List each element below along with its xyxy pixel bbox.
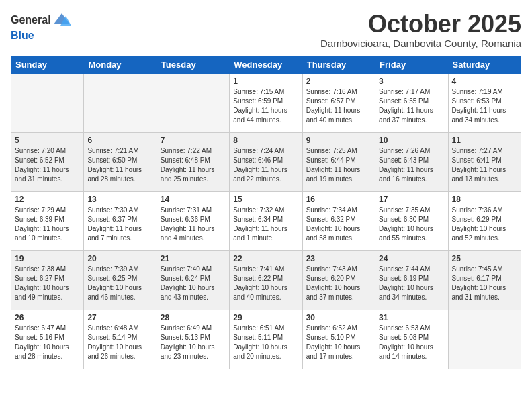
day-info: Sunrise: 7:41 AM Sunset: 6:22 PM Dayligh… bbox=[233, 265, 298, 302]
weekday-header-sunday: Sunday bbox=[11, 56, 84, 73]
day-number: 28 bbox=[161, 313, 226, 322]
subtitle: Dambovicioara, Dambovita County, Romania bbox=[320, 38, 521, 49]
day-number: 21 bbox=[161, 254, 226, 263]
day-info: Sunrise: 7:34 AM Sunset: 6:32 PM Dayligh… bbox=[306, 205, 371, 243]
day-info: Sunrise: 7:44 AM Sunset: 6:19 PM Dayligh… bbox=[379, 265, 444, 302]
day-number: 11 bbox=[452, 136, 517, 145]
page-header: General Blue October 2025 Dambovicioara,… bbox=[11, 11, 521, 49]
calendar-day-cell: 17Sunrise: 7:35 AM Sunset: 6:30 PM Dayli… bbox=[375, 191, 448, 250]
day-number: 8 bbox=[233, 136, 298, 145]
calendar-day-cell: 28Sunrise: 6:49 AM Sunset: 5:13 PM Dayli… bbox=[157, 310, 229, 369]
weekday-header-friday: Friday bbox=[375, 56, 448, 73]
calendar-day-cell: 16Sunrise: 7:34 AM Sunset: 6:32 PM Dayli… bbox=[302, 191, 375, 250]
weekday-header-row: SundayMondayTuesdayWednesdayThursdayFrid… bbox=[11, 56, 521, 73]
day-number: 6 bbox=[87, 136, 152, 145]
day-info: Sunrise: 7:38 AM Sunset: 6:27 PM Dayligh… bbox=[15, 265, 80, 302]
calendar-day-cell: 23Sunrise: 7:43 AM Sunset: 6:20 PM Dayli… bbox=[302, 250, 375, 310]
day-number: 3 bbox=[379, 77, 444, 86]
day-info: Sunrise: 7:25 AM Sunset: 6:44 PM Dayligh… bbox=[306, 146, 371, 184]
day-info: Sunrise: 7:29 AM Sunset: 6:39 PM Dayligh… bbox=[15, 205, 80, 243]
day-number: 9 bbox=[306, 136, 371, 145]
day-number: 23 bbox=[306, 254, 371, 263]
calendar-day-cell: 13Sunrise: 7:30 AM Sunset: 6:37 PM Dayli… bbox=[84, 191, 157, 250]
day-info: Sunrise: 7:35 AM Sunset: 6:30 PM Dayligh… bbox=[379, 205, 444, 243]
day-number: 29 bbox=[233, 313, 298, 322]
day-info: Sunrise: 6:47 AM Sunset: 5:16 PM Dayligh… bbox=[15, 324, 80, 361]
calendar-day-cell: 7Sunrise: 7:22 AM Sunset: 6:48 PM Daylig… bbox=[157, 132, 229, 191]
day-number: 18 bbox=[452, 195, 517, 204]
day-info: Sunrise: 7:43 AM Sunset: 6:20 PM Dayligh… bbox=[306, 265, 371, 302]
day-number: 30 bbox=[306, 313, 371, 322]
day-number: 12 bbox=[15, 195, 80, 204]
calendar-day-cell: 12Sunrise: 7:29 AM Sunset: 6:39 PM Dayli… bbox=[11, 191, 84, 250]
day-info: Sunrise: 7:32 AM Sunset: 6:34 PM Dayligh… bbox=[233, 205, 298, 243]
calendar-day-cell: 14Sunrise: 7:31 AM Sunset: 6:36 PM Dayli… bbox=[157, 191, 229, 250]
weekday-header-saturday: Saturday bbox=[448, 56, 521, 73]
day-number: 15 bbox=[233, 195, 298, 204]
calendar-week-row: 5Sunrise: 7:20 AM Sunset: 6:52 PM Daylig… bbox=[11, 132, 521, 191]
day-info: Sunrise: 7:21 AM Sunset: 6:50 PM Dayligh… bbox=[87, 146, 152, 184]
day-number: 27 bbox=[87, 313, 152, 322]
day-info: Sunrise: 7:16 AM Sunset: 6:57 PM Dayligh… bbox=[306, 87, 371, 125]
logo-icon bbox=[52, 11, 71, 30]
day-info: Sunrise: 7:31 AM Sunset: 6:36 PM Dayligh… bbox=[161, 205, 226, 243]
logo-text-blue: Blue bbox=[11, 30, 71, 42]
calendar-day-cell: 19Sunrise: 7:38 AM Sunset: 6:27 PM Dayli… bbox=[11, 250, 84, 310]
calendar-day-cell: 21Sunrise: 7:40 AM Sunset: 6:24 PM Dayli… bbox=[157, 250, 229, 310]
calendar-day-cell bbox=[84, 73, 157, 132]
day-info: Sunrise: 7:36 AM Sunset: 6:29 PM Dayligh… bbox=[452, 205, 517, 243]
day-info: Sunrise: 7:15 AM Sunset: 6:59 PM Dayligh… bbox=[233, 87, 298, 125]
calendar-day-cell: 25Sunrise: 7:45 AM Sunset: 6:17 PM Dayli… bbox=[448, 250, 521, 310]
day-number: 4 bbox=[452, 77, 517, 86]
calendar-day-cell: 27Sunrise: 6:48 AM Sunset: 5:14 PM Dayli… bbox=[84, 310, 157, 369]
calendar-day-cell: 2Sunrise: 7:16 AM Sunset: 6:57 PM Daylig… bbox=[302, 73, 375, 132]
weekday-header-monday: Monday bbox=[84, 56, 157, 73]
day-info: Sunrise: 7:30 AM Sunset: 6:37 PM Dayligh… bbox=[87, 205, 152, 243]
calendar-week-row: 12Sunrise: 7:29 AM Sunset: 6:39 PM Dayli… bbox=[11, 191, 521, 250]
day-info: Sunrise: 6:51 AM Sunset: 5:11 PM Dayligh… bbox=[233, 324, 298, 361]
calendar-day-cell: 18Sunrise: 7:36 AM Sunset: 6:29 PM Dayli… bbox=[448, 191, 521, 250]
day-info: Sunrise: 7:26 AM Sunset: 6:43 PM Dayligh… bbox=[379, 146, 444, 184]
day-info: Sunrise: 7:20 AM Sunset: 6:52 PM Dayligh… bbox=[15, 146, 80, 184]
calendar-day-cell: 29Sunrise: 6:51 AM Sunset: 5:11 PM Dayli… bbox=[230, 310, 302, 369]
calendar-day-cell: 15Sunrise: 7:32 AM Sunset: 6:34 PM Dayli… bbox=[230, 191, 302, 250]
day-number: 25 bbox=[452, 254, 517, 263]
calendar-day-cell bbox=[448, 310, 521, 369]
day-info: Sunrise: 7:17 AM Sunset: 6:55 PM Dayligh… bbox=[379, 87, 444, 125]
logo-text-general: General bbox=[11, 14, 51, 26]
day-number: 1 bbox=[233, 77, 298, 86]
day-number: 13 bbox=[87, 195, 152, 204]
calendar-day-cell: 1Sunrise: 7:15 AM Sunset: 6:59 PM Daylig… bbox=[230, 73, 302, 132]
calendar-day-cell: 4Sunrise: 7:19 AM Sunset: 6:53 PM Daylig… bbox=[448, 73, 521, 132]
day-number: 16 bbox=[306, 195, 371, 204]
calendar-day-cell: 26Sunrise: 6:47 AM Sunset: 5:16 PM Dayli… bbox=[11, 310, 84, 369]
calendar-day-cell bbox=[157, 73, 229, 132]
calendar-day-cell: 11Sunrise: 7:27 AM Sunset: 6:41 PM Dayli… bbox=[448, 132, 521, 191]
day-number: 17 bbox=[379, 195, 444, 204]
calendar-day-cell: 8Sunrise: 7:24 AM Sunset: 6:46 PM Daylig… bbox=[230, 132, 302, 191]
calendar-day-cell: 6Sunrise: 7:21 AM Sunset: 6:50 PM Daylig… bbox=[84, 132, 157, 191]
calendar-day-cell: 9Sunrise: 7:25 AM Sunset: 6:44 PM Daylig… bbox=[302, 132, 375, 191]
calendar-week-row: 1Sunrise: 7:15 AM Sunset: 6:59 PM Daylig… bbox=[11, 73, 521, 132]
calendar-day-cell: 24Sunrise: 7:44 AM Sunset: 6:19 PM Dayli… bbox=[375, 250, 448, 310]
day-number: 20 bbox=[87, 254, 152, 263]
calendar-day-cell: 22Sunrise: 7:41 AM Sunset: 6:22 PM Dayli… bbox=[230, 250, 302, 310]
month-title: October 2025 bbox=[320, 11, 521, 38]
calendar-day-cell: 30Sunrise: 6:52 AM Sunset: 5:10 PM Dayli… bbox=[302, 310, 375, 369]
day-number: 7 bbox=[161, 136, 226, 145]
day-info: Sunrise: 7:27 AM Sunset: 6:41 PM Dayligh… bbox=[452, 146, 517, 184]
calendar-week-row: 19Sunrise: 7:38 AM Sunset: 6:27 PM Dayli… bbox=[11, 250, 521, 310]
calendar-day-cell bbox=[11, 73, 84, 132]
day-info: Sunrise: 7:22 AM Sunset: 6:48 PM Dayligh… bbox=[161, 146, 226, 184]
day-number: 26 bbox=[15, 313, 80, 322]
day-number: 19 bbox=[15, 254, 80, 263]
day-number: 14 bbox=[161, 195, 226, 204]
calendar-day-cell: 3Sunrise: 7:17 AM Sunset: 6:55 PM Daylig… bbox=[375, 73, 448, 132]
day-number: 31 bbox=[379, 313, 444, 322]
calendar-day-cell: 31Sunrise: 6:53 AM Sunset: 5:08 PM Dayli… bbox=[375, 310, 448, 369]
day-number: 10 bbox=[379, 136, 444, 145]
day-info: Sunrise: 6:53 AM Sunset: 5:08 PM Dayligh… bbox=[379, 324, 444, 361]
day-number: 5 bbox=[15, 136, 80, 145]
calendar-day-cell: 5Sunrise: 7:20 AM Sunset: 6:52 PM Daylig… bbox=[11, 132, 84, 191]
weekday-header-thursday: Thursday bbox=[302, 56, 375, 73]
